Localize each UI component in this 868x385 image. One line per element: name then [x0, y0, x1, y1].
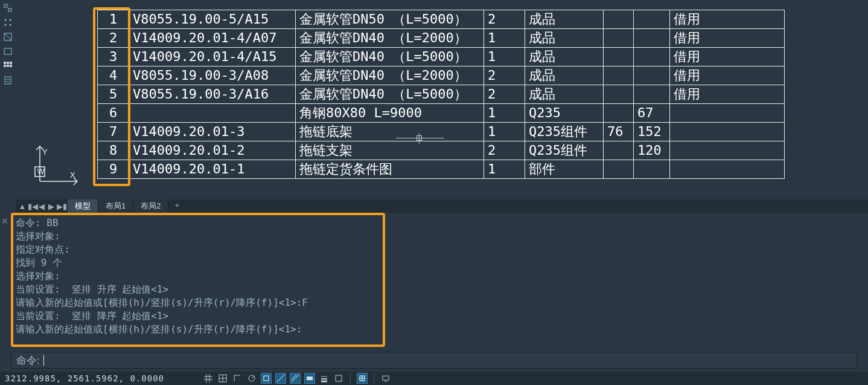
svg-rect-15 [5, 77, 11, 84]
svg-rect-38 [336, 375, 342, 381]
lwt-icon[interactable] [319, 373, 330, 384]
svg-rect-8 [4, 48, 11, 54]
cell-n: 1 [98, 10, 129, 29]
cell-desc: 金属软管DN40 （L=5000） [296, 85, 484, 104]
cell-b [634, 29, 670, 48]
table-row: 2V14009.20.01-4/A07金属软管DN40 （L=2000）1成品借… [98, 29, 785, 48]
cell-note: 借用 [670, 85, 785, 104]
cell-a [604, 141, 634, 160]
cell-note [670, 123, 785, 141]
cell-b [634, 85, 670, 104]
tab-first-icon[interactable]: ▮◀ [28, 202, 36, 211]
table-row: 9V14009.20.01-1拖链定货条件图1部件 [98, 160, 785, 179]
tool-icon-4[interactable] [2, 46, 13, 57]
cell-qty: 2 [484, 10, 525, 29]
cell-a [604, 160, 634, 179]
cell-note [670, 104, 785, 123]
tab-layout1[interactable]: 布局1 [98, 199, 133, 213]
cell-n: 5 [98, 85, 129, 104]
svg-rect-13 [7, 65, 9, 67]
cell-desc: 拖链底架 [296, 123, 484, 141]
cell-mat: Q235 [525, 104, 604, 123]
cell-qty: 2 [484, 85, 525, 104]
svg-rect-34 [307, 377, 313, 380]
table-row: 4V8055.19.00-3/A08金属软管DN40 （L=2000）2成品借用 [98, 66, 785, 85]
cell-desc: 拖链支架 [296, 141, 484, 160]
polar-icon[interactable] [246, 373, 257, 384]
svg-rect-10 [7, 62, 9, 64]
tab-prev-icon[interactable]: ◀ [37, 202, 46, 211]
cell-desc: 金属软管DN50 （L=5000） [296, 10, 484, 29]
table-row: 7V14009.20.01-3拖链底架1Q235组件76152 [98, 123, 785, 141]
command-history-panel: ✕ 命令: BB选择对象:指定对角点:找到 9 个选择对象:当前设置: 竖排 升… [11, 213, 868, 351]
snap-icon[interactable] [217, 373, 228, 384]
table-row: 6角钢80X80 L=90001Q23567 [98, 104, 785, 123]
cell-a [604, 104, 634, 123]
status-divider-2 [374, 374, 374, 383]
dyn-icon[interactable] [304, 373, 315, 384]
tab-layout1-label: 布局1 [106, 201, 126, 212]
svg-point-2 [5, 19, 7, 21]
bom-table: 1V8055.19.00-5/A15金属软管DN50 （L=5000）2成品借用… [97, 10, 785, 179]
lineweight-icon[interactable] [290, 373, 301, 384]
svg-point-5 [10, 24, 11, 26]
cell-code: V14009.20.01-3 [129, 123, 296, 141]
command-input[interactable]: 命令: [11, 352, 857, 369]
tool-icon-1[interactable] [2, 2, 13, 13]
cell-n: 8 [98, 141, 129, 160]
addsel-icon[interactable] [357, 373, 368, 384]
cell-a [604, 10, 634, 29]
cell-n: 2 [98, 29, 129, 48]
cell-b [634, 48, 670, 66]
cell-mat: 成品 [525, 29, 604, 48]
cell-a [604, 29, 634, 48]
tab-next-icon[interactable]: ▶ [47, 202, 56, 211]
tool-icon-5[interactable] [2, 60, 13, 71]
tab-model-label: 模型 [75, 201, 91, 212]
cell-qty: 1 [484, 48, 525, 66]
cell-mat: 部件 [525, 160, 604, 179]
cell-desc: 金属软管DN40 （L=2000） [296, 29, 484, 48]
command-history-line: 选择对象: [16, 270, 863, 283]
tab-scroll-up-icon[interactable]: ▲ [18, 202, 27, 211]
cell-qty: 1 [484, 104, 525, 123]
svg-rect-12 [4, 65, 6, 67]
tab-last-icon[interactable]: ▶▮ [57, 202, 65, 211]
tool-icon-2[interactable] [2, 17, 13, 28]
command-history-line: 请输入新的起始值或[横排(h)/竖排(s)/升序(r)/降序(f)]<1>: [16, 323, 863, 336]
cell-desc: 拖链定货条件图 [296, 160, 484, 179]
cell-qty: 1 [484, 160, 525, 179]
left-toolbar [0, 0, 16, 199]
cell-b: 120 [634, 141, 670, 160]
ucs-w: W [37, 167, 45, 176]
monitor-icon[interactable] [380, 373, 391, 384]
svg-rect-42 [383, 376, 389, 380]
cell-desc: 金属软管DN40 （L=2000） [296, 66, 484, 85]
cell-mat: Q235组件 [525, 123, 604, 141]
model-icon[interactable] [333, 373, 344, 384]
cell-desc: 金属软管DN40 （L=5000） [296, 48, 484, 66]
command-history-line: 命令: BB [16, 216, 863, 230]
tab-add[interactable]: + [168, 199, 185, 213]
svg-rect-11 [10, 62, 12, 64]
tool-icon-3[interactable] [2, 31, 13, 42]
tool-icon-6[interactable] [2, 75, 13, 86]
cell-code: V14009.20.01-4/A15 [129, 48, 296, 66]
cell-code [129, 104, 296, 123]
cell-note: 借用 [670, 10, 785, 29]
cell-qty: 2 [484, 66, 525, 85]
cell-note [670, 141, 785, 160]
status-icons [203, 373, 391, 384]
caret-icon [43, 355, 44, 366]
otrack-icon[interactable] [275, 373, 286, 384]
tab-layout2[interactable]: 布局2 [133, 199, 168, 213]
cell-code: V14009.20.01-2 [129, 141, 296, 160]
osnap-icon[interactable] [261, 373, 272, 384]
command-history-line: 指定对角点: [16, 243, 863, 256]
tab-model[interactable]: 模型 [68, 199, 98, 213]
ortho-icon[interactable] [232, 373, 243, 384]
grid-icon[interactable] [203, 373, 214, 384]
drawing-canvas[interactable]: 1V8055.19.00-5/A15金属软管DN50 （L=5000）2成品借用… [16, 0, 868, 199]
table-row: 5V8055.19.00-3/A16金属软管DN40 （L=5000）2成品借用 [98, 85, 785, 104]
close-icon[interactable]: ✕ [1, 216, 8, 226]
